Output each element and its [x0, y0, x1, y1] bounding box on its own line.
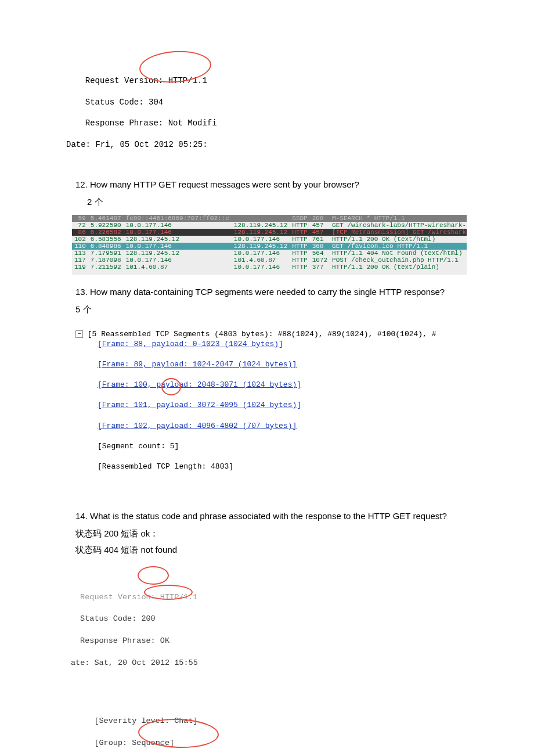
document-page: Request Version: HTTP/1.1 Status Code: 3… [0, 0, 534, 756]
snippet-line: Status Code: 200 [75, 614, 459, 625]
packet-cell: HTTP/1.1 200 OK (text/plain) [330, 264, 467, 271]
question-12: 12. How many HTTP GET request messages w… [75, 178, 459, 192]
snippet-line: Response Phrase: OK [75, 636, 459, 647]
packet-cell: 761 [310, 236, 330, 243]
packet-row[interactable]: 1177.18709810.0.177.146101.4.60.87HTTP 1… [72, 257, 467, 264]
packet-cell: 128.119.245.12 [232, 229, 290, 236]
snippet-line: Request Version: HTTP/1.1 [75, 75, 459, 86]
packet-cell: 564 [310, 250, 330, 257]
packet-cell: 5.922590 [88, 222, 124, 229]
packet-cell: 128.119.245.12 [232, 222, 290, 229]
packet-cell: 10.0.177.146 [124, 222, 232, 229]
packet-row-clipped [72, 271, 467, 275]
reassembled-segments: − [5 Reassembled TCP Segments (4803 byte… [75, 319, 459, 502]
packet-cell: SSDP [290, 215, 309, 222]
answer-12: 2 个 [75, 195, 459, 209]
packet-row[interactable]: 866.22658210.0.177.146128.119.245.12HTTP… [72, 229, 467, 236]
packet-row[interactable]: 1106.84898610.0.177.146128.119.245.12HTT… [72, 243, 467, 250]
packet-cell: 10.0.177.146 [124, 229, 232, 236]
packet-row[interactable]: 1026.583556128.119.245.1210.0.177.146HTT… [72, 236, 467, 243]
packet-cell: 6.583556 [88, 236, 124, 243]
packet-cell: 7.179591 [88, 250, 124, 257]
packet-cell: 6.848986 [88, 243, 124, 250]
packet-cell: 113 [72, 250, 88, 257]
snippet-line: Status Code: 304 [75, 97, 459, 107]
packet-list-table-wrap: 595.461487fe80::4461:6869:707:ff02::cSSD… [72, 211, 467, 278]
packet-cell: 128.119.245.12 [232, 243, 290, 250]
question-13: 13. How many data-containing TCP segment… [75, 285, 459, 299]
packet-row[interactable]: 1197.211592101.4.60.8710.0.177.146HTTP 3… [72, 264, 467, 271]
packet-cell: 10.0.177.146 [232, 236, 290, 243]
snippet-line: Date: Fri, 05 Oct 2012 05:25: [66, 139, 459, 150]
frame-link[interactable]: [Frame: 88, payload: 0-1023 (1024 bytes)… [98, 340, 283, 348]
packet-cell: 368 [310, 243, 330, 250]
packet-cell: 10.0.177.146 [232, 264, 290, 271]
packet-cell: 1072 [310, 257, 330, 264]
packet-cell: 208 [310, 215, 330, 222]
packet-cell: POST /check_outchain.php HTTP/1.1 [330, 257, 467, 264]
packet-cell: HTTP [290, 236, 309, 243]
packet-cell: GET /favicon.ico HTTP/1.1 [330, 243, 467, 250]
answer-13: 5 个 [75, 303, 459, 316]
frame-link[interactable]: [Frame: 89, payload: 1024-2047 (1024 byt… [98, 360, 297, 369]
snippet-line: [Group: Sequence] [75, 738, 459, 749]
packet-cell: 119 [72, 264, 88, 271]
frame-link[interactable]: [Frame: 102, payload: 4096-4802 (707 byt… [98, 422, 297, 430]
packet-row[interactable]: 595.461487fe80::4461:6869:707:ff02::cSSD… [72, 215, 467, 222]
question-14: 14. What is the status code and phrase a… [75, 509, 459, 523]
packet-cell: 10.0.177.146 [232, 250, 290, 257]
packet-cell: 377 [310, 264, 330, 271]
packet-cell: 457 [310, 222, 330, 229]
packet-cell: GET /wireshark-labs/HTTP-wireshark-file [330, 222, 467, 229]
packet-cell: 59 [72, 215, 88, 222]
packet-cell: 102 [72, 236, 88, 243]
packet-cell: 86 [72, 229, 88, 236]
packet-row[interactable]: 725.92259010.0.177.146128.119.245.12HTTP… [72, 222, 467, 229]
snippet-line: [Severity level: Chat] [75, 716, 459, 727]
packet-cell: HTTP [290, 222, 309, 229]
http-200-snippet: Request Version: HTTP/1.1 Status Code: 2… [75, 559, 459, 691]
segment-count: [Segment count: 5] [75, 441, 459, 452]
packet-cell: fe80::4461:6869:707:ff02::c [124, 215, 232, 222]
frame-link[interactable]: [Frame: 101, payload: 3072-4095 (1024 by… [98, 401, 301, 409]
reassembled-length: [Reassembled TCP length: 4803] [75, 462, 459, 472]
packet-cell: HTTP/1.1 404 Not Found (text/html) [330, 250, 467, 257]
snippet-line: Response Phrase: Not Modifi [75, 118, 459, 128]
packet-cell: HTTP [290, 243, 309, 250]
packet-cell: HTTP [290, 257, 309, 264]
packet-cell: HTTP [290, 229, 309, 236]
seg-header: [5 Reassembled TCP Segments (4803 bytes)… [88, 330, 436, 339]
snippet-line: ate: Sat, 20 Oct 2012 15:55 [71, 658, 459, 669]
packet-cell: [TCP Retransmission] GET /wireshark-lab [330, 229, 467, 236]
packet-cell [232, 215, 290, 222]
packet-cell: M-SEARCH * HTTP/1.1 [330, 215, 467, 222]
collapse-icon[interactable]: − [75, 330, 83, 338]
packet-cell: 117 [72, 257, 88, 264]
answer-14b: 状态码 404 短语 not found [75, 543, 459, 557]
packet-cell: 6.226582 [88, 229, 124, 236]
packet-cell: 457 [310, 229, 330, 236]
http-404-snippet: [Severity level: Chat] [Group: Sequence]… [75, 694, 459, 756]
packet-cell: HTTP/1.1 200 OK (text/html) [330, 236, 467, 243]
packet-cell: 7.187098 [88, 257, 124, 264]
packet-cell: 110 [72, 243, 88, 250]
snippet-line: Request Version: HTTP/1.1 [75, 592, 459, 603]
answer-14a: 状态码 200 短语 ok： [75, 527, 459, 541]
packet-cell: 72 [72, 222, 88, 229]
packet-cell: 10.0.177.146 [124, 243, 232, 250]
packet-row[interactable]: 1137.179591128.119.245.1210.0.177.146HTT… [72, 250, 467, 257]
packet-cell: 128.119.245.12 [124, 236, 232, 243]
packet-cell: 128.119.245.12 [124, 250, 232, 257]
frame-link[interactable]: [Frame: 100, payload: 2048-3071 (1024 by… [98, 380, 301, 389]
packet-cell: 7.211592 [88, 264, 124, 271]
packet-cell: 101.4.60.87 [232, 257, 290, 264]
packet-cell: 10.0.177.146 [124, 257, 232, 264]
packet-list-table: 595.461487fe80::4461:6869:707:ff02::cSSD… [72, 215, 467, 275]
packet-cell: 101.4.60.87 [124, 264, 232, 271]
packet-cell: HTTP [290, 250, 309, 257]
packet-cell: HTTP [290, 264, 309, 271]
http-304-snippet: Request Version: HTTP/1.1 Status Code: 3… [75, 55, 459, 171]
packet-cell: 5.461487 [88, 215, 124, 222]
